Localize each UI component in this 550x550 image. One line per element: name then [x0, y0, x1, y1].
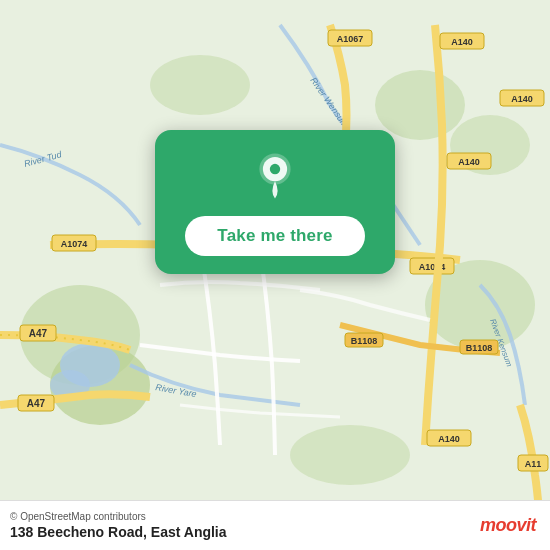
moovit-wordmark: moovit [480, 515, 536, 536]
svg-text:A1074: A1074 [61, 239, 88, 249]
svg-text:A140: A140 [438, 434, 460, 444]
location-pin-icon [249, 150, 301, 202]
moovit-logo: moovit [480, 515, 536, 536]
osm-credit: © OpenStreetMap contributors [10, 511, 227, 522]
svg-text:A47: A47 [27, 398, 46, 409]
svg-point-42 [270, 164, 280, 174]
svg-point-7 [290, 425, 410, 485]
address-label: 138 Beecheno Road, East Anglia [10, 524, 227, 540]
bottom-bar: © OpenStreetMap contributors 138 Beechen… [0, 500, 550, 550]
svg-text:A140: A140 [458, 157, 480, 167]
svg-point-4 [375, 70, 465, 140]
svg-text:A47: A47 [29, 328, 48, 339]
svg-text:A140: A140 [511, 94, 533, 104]
map-container: River Tud River Wensum River Yare River … [0, 0, 550, 550]
bottom-left-info: © OpenStreetMap contributors 138 Beechen… [10, 511, 227, 540]
action-card: Take me there [155, 130, 395, 274]
take-me-there-button[interactable]: Take me there [185, 216, 364, 256]
svg-text:A140: A140 [451, 37, 473, 47]
svg-text:A11: A11 [525, 459, 542, 469]
svg-text:A1067: A1067 [337, 34, 364, 44]
svg-text:B1108: B1108 [351, 336, 378, 346]
svg-text:B1108: B1108 [466, 343, 493, 353]
svg-point-6 [150, 55, 250, 115]
map-background: River Tud River Wensum River Yare River … [0, 0, 550, 550]
